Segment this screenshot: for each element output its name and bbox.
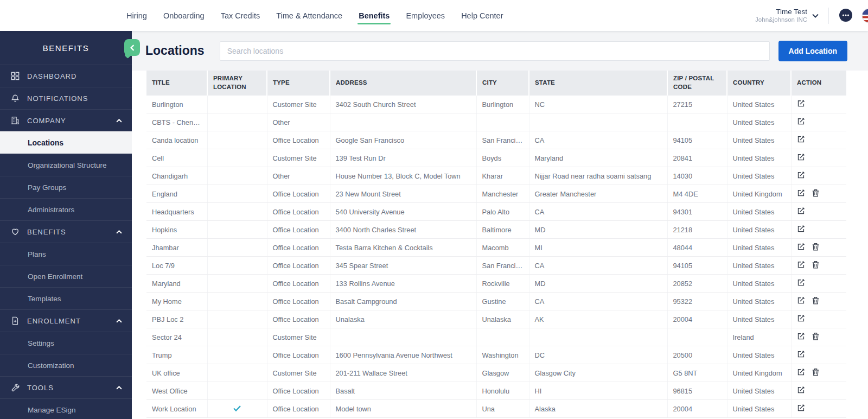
- sidebar-section-company[interactable]: COMPANY: [0, 109, 132, 131]
- edit-button[interactable]: [797, 261, 805, 269]
- sidebar-item-plans[interactable]: Plans: [0, 243, 132, 265]
- edit-button[interactable]: [797, 314, 805, 322]
- edit-icon: [797, 314, 805, 322]
- sidebar-item-administrators[interactable]: Administrators: [0, 198, 132, 220]
- cell-zip: [667, 113, 727, 131]
- cell-type: Office Location: [267, 293, 330, 310]
- user-company: John&johnson INC: [755, 16, 807, 24]
- chat-button[interactable]: [838, 8, 854, 24]
- cell-address: 1600 Pennsylvania Avenue Northwest: [330, 346, 476, 364]
- sidebar-section-label: NOTIFICATIONS: [27, 94, 88, 103]
- sidebar-section-tools[interactable]: TOOLS: [0, 376, 132, 398]
- edit-button[interactable]: [797, 404, 805, 412]
- nav-item-benefits[interactable]: Benefits: [359, 0, 390, 31]
- cell-type: Customer Site: [267, 364, 330, 382]
- edit-button[interactable]: [797, 350, 805, 358]
- cell-action: [791, 113, 846, 131]
- nav-item-tax-credits[interactable]: Tax Credits: [221, 0, 260, 31]
- chevron-up-icon[interactable]: [116, 119, 122, 123]
- sidebar-item-organizational-structure[interactable]: Organizational Structure: [0, 154, 132, 176]
- cell-title: Headquarters: [146, 203, 207, 221]
- edit-button[interactable]: [797, 368, 805, 376]
- edit-button[interactable]: [797, 135, 805, 143]
- sidebar-item-manage-esign[interactable]: Manage ESign: [0, 398, 132, 419]
- user-menu[interactable]: Time Test John&johnson INC: [755, 7, 807, 24]
- sidebar-item-customization[interactable]: Customization: [0, 354, 132, 376]
- cell-state: NC: [529, 96, 667, 113]
- cell-city: Gustine: [476, 293, 529, 310]
- search-input[interactable]: [220, 41, 770, 61]
- chevron-down-icon[interactable]: [812, 14, 819, 18]
- chevron-up-icon[interactable]: [116, 386, 122, 390]
- cell-primary: [207, 328, 267, 346]
- sidebar-item-templates[interactable]: Templates: [0, 287, 132, 309]
- edit-button[interactable]: [797, 189, 805, 197]
- delete-button[interactable]: [812, 243, 819, 251]
- nav-item-time-attendance[interactable]: Time & Attendance: [276, 0, 342, 31]
- column-header-state: STATE: [529, 71, 667, 96]
- cell-address: Basalt Campground: [330, 293, 476, 310]
- cell-primary: [207, 185, 267, 203]
- sidebar-item-locations[interactable]: Locations: [0, 131, 132, 154]
- edit-button[interactable]: [797, 153, 805, 161]
- column-header-action: ACTION: [791, 71, 846, 96]
- edit-button[interactable]: [797, 332, 805, 340]
- delete-icon: [812, 332, 819, 340]
- bell-icon: [10, 94, 20, 103]
- cell-zip: 94105: [667, 257, 727, 275]
- chevron-up-icon[interactable]: [116, 319, 122, 323]
- cell-country: United States: [727, 221, 791, 239]
- cell-country: United States: [727, 113, 791, 131]
- topbar-divider: [828, 8, 829, 24]
- sidebar-section-enrollment[interactable]: ENROLLMENT: [0, 309, 132, 332]
- sidebar-item-settings[interactable]: Settings: [0, 332, 132, 354]
- cell-city: Washington: [476, 346, 529, 364]
- edit-button[interactable]: [797, 278, 805, 287]
- cell-title: UK office: [146, 364, 207, 382]
- delete-button[interactable]: [812, 189, 819, 197]
- sidebar-section-dashboard[interactable]: DASHBOARD: [0, 65, 132, 87]
- edit-button[interactable]: [797, 171, 805, 179]
- delete-button[interactable]: [812, 368, 819, 376]
- cell-address: 133 Rollins Avenue: [330, 275, 476, 293]
- sidebar-section-label: ENROLLMENT: [27, 317, 81, 325]
- cell-primary: [207, 113, 267, 131]
- cell-action: [791, 203, 846, 221]
- edit-button[interactable]: [797, 225, 805, 233]
- edit-icon: [797, 386, 805, 394]
- edit-button[interactable]: [797, 207, 805, 215]
- delete-icon: [812, 368, 819, 376]
- cell-primary: [207, 149, 267, 167]
- sidebar-section-benefits[interactable]: BENEFITS: [0, 220, 132, 243]
- edit-button[interactable]: [797, 296, 805, 304]
- add-location-button[interactable]: Add Location: [778, 41, 847, 61]
- delete-button[interactable]: [812, 332, 819, 340]
- edit-button[interactable]: [797, 117, 805, 125]
- chevron-up-icon[interactable]: [116, 230, 122, 234]
- table-row: CellCustomer Site139 Test Run DrBoydsMar…: [146, 149, 846, 167]
- language-flag-icon[interactable]: [861, 8, 868, 23]
- sidebar-item-open-enrollment[interactable]: Open Enrollment: [0, 265, 132, 287]
- delete-button[interactable]: [812, 261, 819, 269]
- delete-button[interactable]: [812, 296, 819, 304]
- nav-item-help-center[interactable]: Help Center: [461, 0, 503, 31]
- cell-zip: G5 8NT: [667, 364, 727, 382]
- edit-button[interactable]: [797, 243, 805, 251]
- edit-button[interactable]: [797, 99, 805, 107]
- sidebar-section-notifications[interactable]: NOTIFICATIONS: [0, 87, 132, 109]
- nav-item-hiring[interactable]: Hiring: [126, 0, 147, 31]
- sidebar-collapse-button[interactable]: [124, 39, 140, 56]
- cell-country: Ireland: [727, 328, 791, 346]
- nav-item-onboarding[interactable]: Onboarding: [163, 0, 205, 31]
- sidebar-item-pay-groups[interactable]: Pay Groups: [0, 176, 132, 198]
- edit-button[interactable]: [797, 386, 805, 394]
- cell-primary: [207, 239, 267, 257]
- cell-zip: 20500: [667, 346, 727, 364]
- cell-city: Boyds: [476, 149, 529, 167]
- cell-country: United States: [727, 346, 791, 364]
- cell-address: 540 University Avenue: [330, 203, 476, 221]
- cell-title: CBTS - Chennai: [146, 113, 207, 131]
- nav-item-employees[interactable]: Employees: [406, 0, 445, 31]
- cell-title: Burlington: [146, 96, 207, 113]
- cell-country: United States: [727, 382, 791, 400]
